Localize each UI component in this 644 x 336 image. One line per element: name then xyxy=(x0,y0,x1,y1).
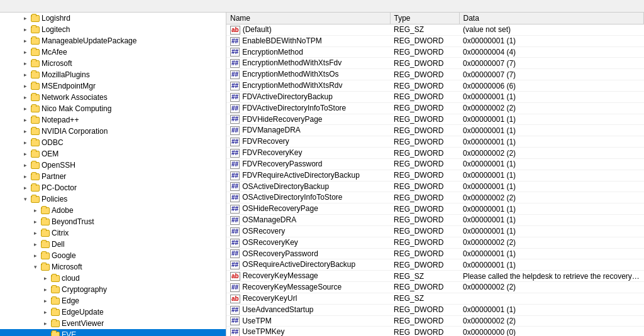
tree-item-mcafee[interactable]: ▸McAfee xyxy=(0,46,226,58)
tree-toggle-cryptography[interactable]: ▸ xyxy=(40,285,50,295)
cell-data: 0x00000007 (7) xyxy=(459,69,644,80)
tree-toggle-microsoft[interactable]: ▸ xyxy=(20,58,30,68)
tree-item-oem[interactable]: ▸OEM xyxy=(0,148,226,160)
tree-toggle-oem[interactable]: ▸ xyxy=(20,149,30,159)
tree-item-openssh[interactable]: ▸OpenSSH xyxy=(0,160,226,171)
table-row[interactable]: ##UseTPMKeyREG_DWORD0x00000000 (0) xyxy=(226,327,644,336)
folder-icon-eventviewer xyxy=(50,318,60,328)
tree-toggle-msendpointmgr[interactable]: ▸ xyxy=(20,81,30,91)
tree-item-networkassociates[interactable]: ▸Network Associates xyxy=(0,92,226,103)
tree-label-microsoft2: Microsoft xyxy=(52,263,82,271)
tree-toggle-edge[interactable]: ▸ xyxy=(40,296,50,306)
tree-label-logishrd: Logishrd xyxy=(42,14,70,23)
table-row[interactable]: ##EncryptionMethodWithXtsFdvREG_DWORD0x0… xyxy=(226,58,644,69)
cell-data: 0x00000001 (1) xyxy=(459,91,644,102)
tree-item-pcdoctor[interactable]: ▸PC-Doctor xyxy=(0,182,226,193)
tree-toggle-cloud[interactable]: ▸ xyxy=(40,273,50,283)
cell-type: REG_DWORD xyxy=(390,248,459,259)
tree-toggle-networkassociates[interactable]: ▸ xyxy=(20,92,30,102)
tree-toggle-citrix[interactable]: ▸ xyxy=(30,228,40,238)
tree-toggle-logitech[interactable]: ▸ xyxy=(20,24,30,35)
tree-toggle-pcdoctor[interactable]: ▸ xyxy=(20,183,30,193)
tree-item-policies[interactable]: ▾Policies xyxy=(0,193,226,205)
table-row[interactable]: ##EnableBDEWithNoTPMREG_DWORD0x00000001 … xyxy=(226,35,644,46)
tree-item-msendpointmgr[interactable]: ▸MSEndpointMgr xyxy=(0,80,226,92)
tree-toggle-manageableupdatepackage[interactable]: ▸ xyxy=(20,36,30,46)
tree-toggle-notepadpp[interactable]: ▸ xyxy=(20,115,30,125)
tree-toggle-mcafee[interactable]: ▸ xyxy=(20,47,30,57)
cell-type: REG_DWORD xyxy=(390,102,459,114)
table-row[interactable]: ##OSActiveDirectoryBackupREG_DWORD0x0000… xyxy=(226,181,644,192)
tree-item-partner[interactable]: ▸Partner xyxy=(0,171,226,182)
tree-toggle-partner[interactable]: ▸ xyxy=(20,171,30,182)
tree-toggle-adobe[interactable]: ▸ xyxy=(30,205,40,215)
tree-item-logishrd[interactable]: ▸Logishrd xyxy=(0,13,226,24)
tree-item-notepadpp[interactable]: ▸Notepad++ xyxy=(0,114,226,126)
tree-toggle-odbc[interactable]: ▸ xyxy=(20,138,30,148)
table-row[interactable]: ##FDVManageDRAREG_DWORD0x00000001 (1) xyxy=(226,125,644,136)
tree-item-dell[interactable]: ▸Dell xyxy=(0,239,226,250)
tree-item-nvidiacorporation[interactable]: ▸NVIDIA Corporation xyxy=(0,126,226,137)
tree-toggle-dell[interactable]: ▸ xyxy=(30,239,40,249)
table-row[interactable]: ##FDVRecoveryKeyREG_DWORD0x00000002 (2) xyxy=(226,148,644,159)
table-row[interactable]: ##FDVActiveDirectoryInfoToStoreREG_DWORD… xyxy=(226,102,644,114)
table-row[interactable]: abRecoveryKeyUrlREG_SZ xyxy=(226,293,644,304)
tree-item-nicomakcomputing[interactable]: ▸Nico Mak Computing xyxy=(0,103,226,114)
table-row[interactable]: ##OSRequireActiveDirectoryBackupREG_DWOR… xyxy=(226,259,644,271)
table-row[interactable]: abRecoveryKeyMessageREG_SZPlease called … xyxy=(226,271,644,282)
tree-item-microsoft2[interactable]: ▾Microsoft xyxy=(0,261,226,273)
tree-toggle-logishrd[interactable]: ▸ xyxy=(20,13,30,23)
tree-item-cryptography[interactable]: ▸Cryptography xyxy=(0,284,226,295)
tree-toggle-edgeupdate[interactable]: ▸ xyxy=(40,307,50,317)
table-row[interactable]: ##EncryptionMethodWithXtsRdvREG_DWORD0x0… xyxy=(226,80,644,92)
tree-item-mozillaplugins[interactable]: ▸MozillaPlugins xyxy=(0,69,226,80)
tree-toggle-microsoft2[interactable]: ▾ xyxy=(30,262,40,272)
tree-toggle-mozillaplugins[interactable]: ▸ xyxy=(20,70,30,80)
title-bar xyxy=(0,0,644,13)
reg-dword-icon: ## xyxy=(230,149,240,158)
tree-toggle-nvidiacorporation[interactable]: ▸ xyxy=(20,126,30,136)
table-row[interactable]: ##FDVRecoveryPasswordREG_DWORD0x00000001… xyxy=(226,158,644,170)
tree-item-beyondtrust[interactable]: ▸BeyondTrust xyxy=(0,216,226,227)
table-row[interactable]: ##FDVRecoveryREG_DWORD0x00000001 (1) xyxy=(226,136,644,148)
folder-icon-logitech xyxy=(30,24,40,35)
table-row[interactable]: ##FDVRequireActiveDirectoryBackupREG_DWO… xyxy=(226,170,644,181)
tree-item-manageableupdatepackage[interactable]: ▸ManageableUpdatePackage xyxy=(0,35,226,46)
cell-type: REG_DWORD xyxy=(390,158,459,170)
folder-icon-manageableupdatepackage xyxy=(30,36,40,46)
table-row[interactable]: ##EncryptionMethodREG_DWORD0x00000004 (4… xyxy=(226,46,644,58)
tree-item-fve[interactable]: FVE xyxy=(0,329,226,336)
tree-item-adobe[interactable]: ▸Adobe xyxy=(0,205,226,216)
table-row[interactable]: ##OSRecoveryREG_DWORD0x00000001 (1) xyxy=(226,225,644,237)
table-row[interactable]: ##OSActiveDirectoryInfoToStoreREG_DWORD0… xyxy=(226,192,644,203)
table-row[interactable]: ##UseTPMREG_DWORD0x00000002 (2) xyxy=(226,315,644,327)
tree-item-cloud[interactable]: ▸cloud xyxy=(0,273,226,284)
table-row[interactable]: ##RecoveryKeyMessageSourceREG_DWORD0x000… xyxy=(226,282,644,293)
tree-label-logitech: Logitech xyxy=(42,25,70,34)
table-row[interactable]: ##EncryptionMethodWithXtsOsREG_DWORD0x00… xyxy=(226,69,644,80)
tree-item-edge[interactable]: ▸Edge xyxy=(0,295,226,306)
table-row[interactable]: ##UseAdvancedStartupREG_DWORD0x00000001 … xyxy=(226,304,644,315)
table-row[interactable]: ##OSHideRecoveryPageREG_DWORD0x00000001 … xyxy=(226,203,644,215)
tree-item-citrix[interactable]: ▸Citrix xyxy=(0,227,226,239)
tree-toggle-nicomakcomputing[interactable]: ▸ xyxy=(20,104,30,114)
table-row[interactable]: ##OSRecoveryPasswordREG_DWORD0x00000001 … xyxy=(226,248,644,259)
tree-toggle-openssh[interactable]: ▸ xyxy=(20,160,30,170)
cell-data: 0x00000001 (1) xyxy=(459,225,644,237)
tree-item-odbc[interactable]: ▸ODBC xyxy=(0,137,226,148)
tree-toggle-policies[interactable]: ▾ xyxy=(20,194,30,204)
table-row[interactable]: ##FDVActiveDirectoryBackupREG_DWORD0x000… xyxy=(226,91,644,102)
table-row[interactable]: ab(Default)REG_SZ(value not set) xyxy=(226,24,644,36)
table-row[interactable]: ##FDVHideRecoveryPageREG_DWORD0x00000001… xyxy=(226,114,644,125)
tree-item-logitech[interactable]: ▸Logitech xyxy=(0,24,226,35)
tree-toggle-eventviewer[interactable]: ▸ xyxy=(40,318,50,328)
tree-item-edgeupdate[interactable]: ▸EdgeUpdate xyxy=(0,306,226,318)
table-row[interactable]: ##OSRecoveryKeyREG_DWORD0x00000002 (2) xyxy=(226,237,644,248)
tree-item-google[interactable]: ▸Google xyxy=(0,250,226,261)
tree-item-eventviewer[interactable]: ▸EventViewer xyxy=(0,318,226,329)
table-row[interactable]: ##OSManageDRAREG_DWORD0x00000001 (1) xyxy=(226,215,644,226)
tree-toggle-beyondtrust[interactable]: ▸ xyxy=(30,217,40,227)
tree-toggle-google[interactable]: ▸ xyxy=(30,251,40,261)
reg-dword-icon: ## xyxy=(230,160,240,169)
tree-item-microsoft[interactable]: ▸Microsoft xyxy=(0,58,226,69)
